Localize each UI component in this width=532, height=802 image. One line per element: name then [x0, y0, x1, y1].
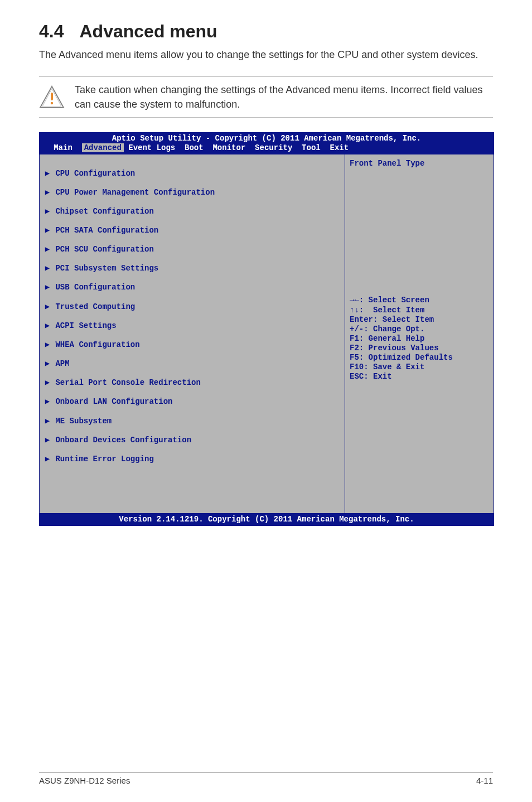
section-number: 4.4 [39, 21, 64, 42]
menu-item[interactable]: ▶ Serial Port Console Redirection [44, 378, 340, 388]
section-title: Advanced menu [79, 21, 217, 41]
hint-line: F10: Save & Exit [350, 363, 489, 372]
hint-line: ↑↓: Select Item [350, 306, 489, 315]
menu-item[interactable]: ▶ Runtime Error Logging [44, 455, 340, 464]
menu-item[interactable]: ▶ ACPI Settings [44, 321, 340, 331]
menu-item[interactable]: ▶ CPU Power Management Configuration [44, 188, 340, 197]
hint-line: ESC: Exit [350, 372, 489, 381]
submenu-arrow-icon: ▶ [44, 417, 51, 426]
bios-footer: Version 2.14.1219. Copyright (C) 2011 Am… [40, 514, 494, 525]
submenu-arrow-icon: ▶ [44, 340, 51, 350]
menu-item-label: PCH SATA Configuration [55, 226, 158, 235]
menu-item-label: Onboard LAN Configuration [55, 397, 172, 406]
submenu-arrow-icon: ▶ [44, 321, 51, 331]
menu-item-label: CPU Configuration [55, 169, 135, 178]
menu-item[interactable]: ▶ WHEA Configuration [44, 340, 340, 350]
side-help-title: Front Panel Type [350, 159, 489, 168]
menu-item[interactable]: ▶ PCI Subsystem Settings [44, 264, 340, 273]
bios-side-pane: Front Panel Type →←: Select Screen ↑↓: S… [345, 154, 494, 513]
menu-item-label: APM [55, 359, 69, 368]
tab-advanced[interactable]: Advanced [82, 143, 124, 152]
hint-line: F1: General Help [350, 334, 489, 344]
footer-right: 4-11 [476, 776, 493, 785]
menu-item-label: PCH SCU Configuration [55, 245, 153, 254]
bios-window: Aptio Setup Utility - Copyright (C) 2011… [39, 132, 494, 526]
caution-callout: Take caution when changing the settings … [39, 76, 493, 118]
menu-item-label: Trusted Computing [55, 302, 135, 311]
menu-item-label: Onboard Devices Configuration [55, 436, 191, 445]
submenu-arrow-icon: ▶ [44, 245, 51, 254]
menu-item[interactable]: ▶ Onboard Devices Configuration [44, 436, 340, 445]
menu-item-label: Serial Port Console Redirection [55, 378, 200, 387]
submenu-arrow-icon: ▶ [44, 283, 51, 292]
menu-item-label: USB Configuration [55, 283, 135, 292]
caution-icon [39, 85, 65, 109]
footer-left: ASUS Z9NH-D12 Series [39, 776, 130, 785]
menu-item[interactable]: ▶ USB Configuration [44, 283, 340, 292]
submenu-arrow-icon: ▶ [44, 207, 51, 216]
bios-tab-bar: Main Advanced Event Logs Boot Monitor Se… [40, 143, 494, 154]
submenu-arrow-icon: ▶ [44, 436, 51, 445]
intro-paragraph: The Advanced menu items allow you to cha… [39, 47, 493, 62]
submenu-arrow-icon: ▶ [44, 378, 51, 388]
page: 4.4Advanced menu The Advanced menu items… [0, 0, 532, 802]
menu-item[interactable]: ▶ APM [44, 359, 340, 369]
menu-item-label: Runtime Error Logging [55, 455, 153, 463]
bios-body: ▶ CPU Configuration ▶ CPU Power Manageme… [40, 154, 494, 514]
menu-item[interactable]: ▶ Trusted Computing [44, 302, 340, 312]
hint-line: F2: Previous Values [350, 344, 489, 353]
menu-item[interactable]: ▶ ME Subsystem [44, 417, 340, 426]
menu-item[interactable]: ▶ PCH SATA Configuration [44, 226, 340, 235]
menu-item[interactable]: ▶ PCH SCU Configuration [44, 245, 340, 254]
menu-item-label: WHEA Configuration [55, 340, 139, 349]
section-heading: 4.4Advanced menu [39, 21, 493, 42]
caution-text: Take caution when changing the settings … [75, 83, 493, 112]
bios-menu-pane: ▶ CPU Configuration ▶ CPU Power Manageme… [40, 154, 345, 513]
submenu-arrow-icon: ▶ [44, 455, 51, 464]
bios-header: Aptio Setup Utility - Copyright (C) 2011… [40, 133, 494, 143]
menu-item-label: Chipset Configuration [55, 207, 153, 216]
submenu-arrow-icon: ▶ [44, 264, 51, 273]
menu-item-label: ME Subsystem [55, 417, 112, 426]
submenu-arrow-icon: ▶ [44, 359, 51, 369]
submenu-arrow-icon: ▶ [44, 188, 51, 197]
tab-rest[interactable]: Event Logs Boot Monitor Security Tool Ex… [124, 143, 349, 152]
submenu-arrow-icon: ▶ [44, 169, 51, 178]
menu-item-label: PCI Subsystem Settings [55, 264, 158, 273]
page-footer: ASUS Z9NH-D12 Series 4-11 [39, 772, 493, 785]
menu-item[interactable]: ▶ Onboard LAN Configuration [44, 397, 340, 407]
tab-main[interactable]: Main [40, 143, 82, 152]
hint-line: Enter: Select Item [350, 315, 489, 325]
hint-line: F5: Optimized Defaults [350, 353, 489, 363]
hint-line: →←: Select Screen [350, 296, 489, 305]
menu-item[interactable]: ▶ Chipset Configuration [44, 207, 340, 216]
svg-rect-2 [51, 93, 53, 100]
svg-point-3 [51, 102, 53, 104]
submenu-arrow-icon: ▶ [44, 226, 51, 235]
submenu-arrow-icon: ▶ [44, 397, 51, 407]
menu-item-label: CPU Power Management Configuration [55, 188, 215, 197]
menu-item[interactable]: ▶ CPU Configuration [44, 169, 340, 178]
hint-line: +/-: Change Opt. [350, 325, 489, 334]
menu-item-label: ACPI Settings [55, 321, 116, 330]
submenu-arrow-icon: ▶ [44, 302, 51, 312]
